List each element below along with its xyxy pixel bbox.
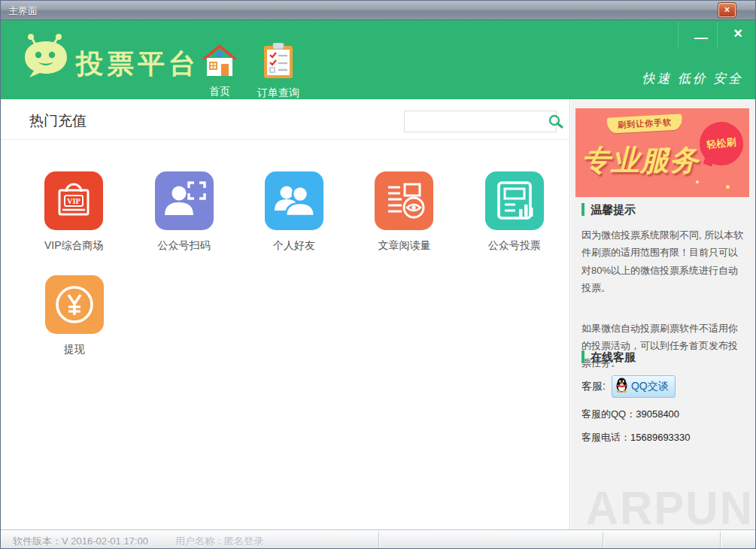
section-title: 热门充值: [29, 111, 87, 131]
statusbar-separator: [603, 532, 604, 548]
promo-banner[interactable]: 刷到让你手软 专业服务 轻松刷: [575, 108, 749, 197]
app-header: 投票平台 首页: [1, 20, 755, 99]
banner-bubble: 轻松刷: [697, 120, 745, 168]
cs-qq-line: 客服的QQ：39058400: [581, 408, 747, 421]
main-header-row: 热门充值: [1, 99, 569, 140]
tile-label: 个人好友: [273, 239, 315, 253]
os-titlebar: 主界面 ×: [1, 1, 755, 20]
confetti-dot: [664, 147, 669, 153]
tips-title: 温馨提示: [581, 203, 747, 216]
statusbar-separator: [720, 532, 721, 548]
user-value: 匿名登录: [224, 535, 263, 547]
window-controls-separator: [717, 22, 718, 47]
cs-label: 客服:: [581, 380, 606, 393]
tile-row-1: VIP VIP综合商场 公众号扫码: [1, 171, 569, 253]
os-close-button[interactable]: ×: [718, 3, 736, 17]
tile-label: 公众号投票: [488, 239, 541, 253]
version-label: 软件版本：: [13, 535, 62, 547]
search-icon[interactable]: [546, 114, 566, 130]
main-content: 热门充值 VIP: [1, 99, 570, 529]
tile-article-views[interactable]: 文章阅读量: [349, 171, 459, 253]
tips-section: 温馨提示 因为微信投票系统限制不同, 所以本软件刷票的适用范围有限！目前只可以对…: [581, 203, 747, 372]
sidebar: 刷到让你手软 专业服务 轻松刷 温馨提示 因为微信投票系统限制不同, 所以本软件…: [571, 99, 756, 529]
vip-mall-icon: VIP: [44, 171, 103, 230]
nav-home[interactable]: 首页: [193, 43, 246, 99]
service-section: 在线客服 客服:: [581, 350, 747, 444]
qq-chat-button-label: QQ交谈: [631, 380, 669, 393]
cs-phone-line: 客服电话：15689693330: [581, 431, 747, 444]
tile-vip-mall[interactable]: VIP VIP综合商场: [19, 171, 129, 253]
search-input[interactable]: [405, 111, 546, 132]
tile-label: 公众号扫码: [158, 239, 211, 253]
tile-official-account-vote[interactable]: 公众号投票: [460, 171, 569, 253]
watermark: ARPUN: [586, 481, 754, 529]
version-value: V 2016-02-01 17:00: [62, 535, 148, 547]
user-label: 用户名称：: [175, 535, 224, 547]
cs-qq-number: 39058400: [636, 408, 679, 420]
qq-penguin-icon: [615, 378, 628, 396]
tile-withdraw[interactable]: 提现: [19, 275, 130, 356]
personal-friends-icon: [265, 171, 323, 230]
nav-home-label: 首页: [193, 85, 246, 99]
cs-phone-label: 客服电话：: [581, 432, 630, 443]
confetti-dot: [696, 180, 699, 184]
app-logo-icon: [22, 34, 70, 79]
official-account-vote-icon: [485, 171, 544, 230]
window-controls-separator: [678, 22, 679, 47]
qq-chat-button[interactable]: QQ交谈: [612, 375, 676, 398]
status-bar: 软件版本：V 2016-02-01 17:00 用户名称：匿名登录: [1, 529, 755, 549]
order-query-icon: [262, 43, 295, 77]
search-box: [404, 111, 557, 132]
nav-order-query-label: 订单查询: [252, 86, 305, 100]
tile-label: VIP综合商场: [44, 239, 104, 253]
banner-ribbon-text: 刷到让你手软: [607, 114, 683, 133]
cs-qq-label: 客服的QQ：: [581, 408, 636, 420]
version-status: 软件版本：V 2016-02-01 17:00: [13, 535, 148, 548]
customer-service-row: 客服:: [581, 375, 747, 398]
cs-phone-number: 15689693330: [630, 432, 691, 443]
svg-text:VIP: VIP: [67, 197, 81, 205]
tile-label: 提现: [64, 343, 85, 356]
home-icon: [201, 43, 238, 77]
official-account-scan-icon: [155, 171, 214, 230]
article-views-icon: [375, 171, 433, 230]
close-button[interactable]: ×: [730, 25, 746, 43]
user-status: 用户名称：匿名登录: [175, 535, 263, 548]
banner-title: 专业服务: [581, 141, 699, 180]
tips-paragraph-1: 因为微信投票系统限制不同, 所以本软件刷票的适用范围有限！目前只可以对80%以上…: [581, 226, 747, 297]
statusbar-separator: [378, 532, 380, 548]
header-slogan: 快速 低价 安全: [642, 70, 744, 87]
tile-label: 文章阅读量: [378, 239, 430, 253]
nav-order-query[interactable]: 订单查询: [252, 43, 305, 100]
withdraw-icon: [45, 275, 104, 334]
tile-official-account-scan[interactable]: 公众号扫码: [129, 171, 238, 253]
tile-personal-friends[interactable]: 个人好友: [239, 171, 349, 253]
window-title: 主界面: [8, 5, 38, 18]
service-title: 在线客服: [581, 350, 747, 363]
minimize-button[interactable]: —: [694, 34, 709, 46]
app-window: 主界面 × 投票平台: [0, 0, 756, 549]
confetti-dot: [726, 185, 730, 189]
app-brand-title: 投票平台: [76, 46, 199, 83]
tile-row-2: 提现: [1, 275, 569, 356]
